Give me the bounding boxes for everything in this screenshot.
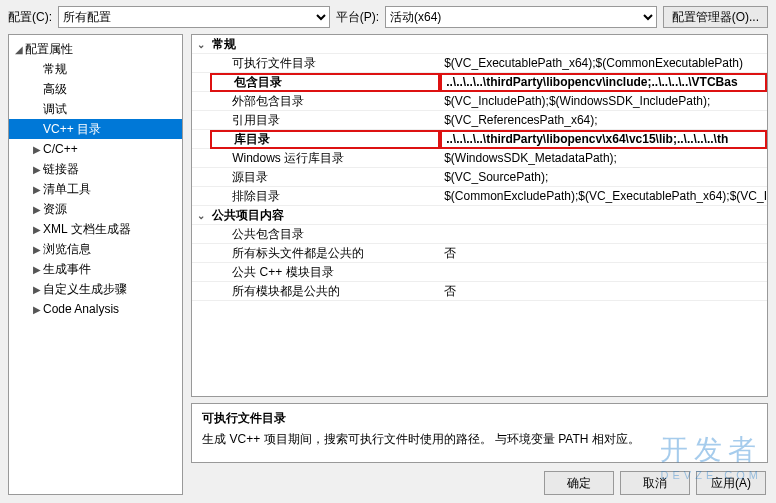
prop-row[interactable]: 所有模块都是公共的否 [192,282,767,301]
prop-row[interactable]: 源目录$(VC_SourcePath); [192,168,767,187]
prop-row[interactable]: 引用目录$(VC_ReferencesPath_x64); [192,111,767,130]
tree-item[interactable]: ▶自定义生成步骤 [9,279,182,299]
chevron-right-icon: ▶ [31,184,43,195]
chevron-down-icon: ◢ [13,44,25,55]
tree-item[interactable]: ▶链接器 [9,159,182,179]
prop-value[interactable]: 否 [440,282,767,300]
platform-label: 平台(P): [336,9,379,26]
tree-item-vcdirs[interactable]: VC++ 目录 [9,119,182,139]
prop-name: Windows 运行库目录 [210,149,440,167]
config-select[interactable]: 所有配置 [58,6,330,28]
chevron-right-icon: ▶ [31,224,43,235]
config-manager-button[interactable]: 配置管理器(O)... [663,6,768,28]
ok-button[interactable]: 确定 [544,471,614,495]
prop-name: 可执行文件目录 [210,54,440,72]
tree-root[interactable]: ◢ 配置属性 [9,39,182,59]
prop-value[interactable]: ..\..\..\..\thirdParty\libopencv\include… [440,73,767,92]
prop-row[interactable]: 可执行文件目录$(VC_ExecutablePath_x64);$(Common… [192,54,767,73]
prop-name: 公共包含目录 [210,225,440,243]
tree-item[interactable]: ▶清单工具 [9,179,182,199]
tree-item[interactable]: ▶XML 文档生成器 [9,219,182,239]
chevron-right-icon: ▶ [31,264,43,275]
chevron-right-icon: ▶ [31,144,43,155]
category-row[interactable]: ⌄ 公共项目内容 [192,206,767,225]
prop-name: 公共 C++ 模块目录 [210,263,440,281]
prop-row[interactable]: 外部包含目录$(VC_IncludePath);$(WindowsSDK_Inc… [192,92,767,111]
prop-name: 引用目录 [210,111,440,129]
prop-value[interactable]: $(VC_IncludePath);$(WindowsSDK_IncludePa… [440,92,767,110]
prop-name: 所有模块都是公共的 [210,282,440,300]
prop-name: 源目录 [210,168,440,186]
prop-row-libdirs[interactable]: 库目录..\..\..\..\thirdParty\libopencv\x64\… [192,130,767,149]
chevron-down-icon: ⌄ [192,206,210,224]
prop-value[interactable]: $(CommonExcludePath);$(VC_ExecutablePath… [440,187,767,205]
property-grid[interactable]: ⌄ 常规 可执行文件目录$(VC_ExecutablePath_x64);$(C… [191,34,768,397]
prop-value[interactable]: $(VC_ExecutablePath_x64);$(CommonExecuta… [440,54,767,72]
prop-row[interactable]: 公共包含目录 [192,225,767,244]
prop-value[interactable]: 否 [440,244,767,262]
config-label: 配置(C): [8,9,52,26]
chevron-right-icon: ▶ [31,204,43,215]
prop-name: 外部包含目录 [210,92,440,110]
prop-value[interactable]: ..\..\..\..\thirdParty\libopencv\x64\vc1… [440,130,767,149]
tree-root-label: 配置属性 [25,41,73,58]
dialog-buttons: 确定 取消 应用(A) [191,469,768,495]
cancel-button[interactable]: 取消 [620,471,690,495]
category-name: 常规 [210,35,440,53]
prop-name: 所有标头文件都是公共的 [210,244,440,262]
chevron-right-icon: ▶ [31,244,43,255]
apply-button[interactable]: 应用(A) [696,471,766,495]
prop-value[interactable]: $(VC_SourcePath); [440,168,767,186]
prop-value[interactable] [440,263,767,281]
platform-select[interactable]: 活动(x64) [385,6,657,28]
prop-value[interactable]: $(VC_ReferencesPath_x64); [440,111,767,129]
tree-item[interactable]: ▶生成事件 [9,259,182,279]
prop-value[interactable]: $(WindowsSDK_MetadataPath); [440,149,767,167]
category-row[interactable]: ⌄ 常规 [192,35,767,54]
tree-item[interactable]: ▶C/C++ [9,139,182,159]
tree-item[interactable]: 高级 [9,79,182,99]
tree-item[interactable]: 常规 [9,59,182,79]
prop-row[interactable]: 排除目录$(CommonExcludePath);$(VC_Executable… [192,187,767,206]
tree-item[interactable]: 调试 [9,99,182,119]
prop-name: 排除目录 [210,187,440,205]
prop-name: 包含目录 [210,73,440,92]
prop-row-includedirs[interactable]: 包含目录..\..\..\..\thirdParty\libopencv\inc… [192,73,767,92]
chevron-down-icon: ⌄ [192,35,210,53]
category-name: 公共项目内容 [210,206,440,224]
tree-item[interactable]: ▶浏览信息 [9,239,182,259]
prop-value[interactable] [440,225,767,243]
tree-item[interactable]: ▶资源 [9,199,182,219]
prop-row[interactable]: 公共 C++ 模块目录 [192,263,767,282]
description-panel: 可执行文件目录 生成 VC++ 项目期间，搜索可执行文件时使用的路径。 与环境变… [191,403,768,463]
property-tree[interactable]: ◢ 配置属性 常规 高级 调试 VC++ 目录 ▶C/C++ ▶链接器 ▶清单工… [8,34,183,495]
prop-name: 库目录 [210,130,440,149]
tree-item[interactable]: ▶Code Analysis [9,299,182,319]
chevron-right-icon: ▶ [31,304,43,315]
chevron-right-icon: ▶ [31,164,43,175]
prop-row[interactable]: Windows 运行库目录$(WindowsSDK_MetadataPath); [192,149,767,168]
description-text: 生成 VC++ 项目期间，搜索可执行文件时使用的路径。 与环境变量 PATH 相… [202,431,757,448]
top-toolbar: 配置(C): 所有配置 平台(P): 活动(x64) 配置管理器(O)... [0,0,776,34]
description-title: 可执行文件目录 [202,410,757,427]
prop-row[interactable]: 所有标头文件都是公共的否 [192,244,767,263]
chevron-right-icon: ▶ [31,284,43,295]
